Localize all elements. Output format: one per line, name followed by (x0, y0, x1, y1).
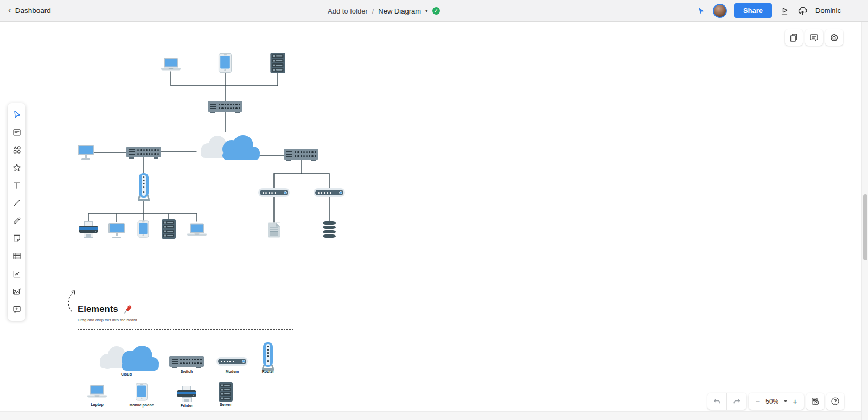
palette-item-label: Router (262, 370, 275, 373)
palette-item-phone[interactable] (136, 383, 148, 401)
title-caret-icon[interactable]: ▾ (425, 8, 428, 14)
present-icon[interactable] (779, 5, 790, 16)
zoom-caret-icon[interactable] (784, 400, 787, 404)
breadcrumb-separator: / (372, 7, 374, 15)
canvas-actions (785, 29, 843, 46)
back-to-dashboard[interactable]: ‹ Dashboard (0, 7, 51, 15)
breadcrumb: Add to folder / New Diagram ▾ ✓ (328, 0, 440, 22)
comment-add-tool[interactable] (8, 301, 25, 319)
image-add-tool[interactable] (8, 283, 25, 301)
palette-item-label: Printer (181, 404, 193, 408)
avatar[interactable] (713, 4, 727, 18)
table-tool[interactable] (8, 247, 25, 265)
help-group (826, 393, 844, 410)
elements-header: Elements (78, 304, 132, 314)
palette-item-cloud[interactable] (91, 340, 162, 373)
palette-item-label: Modem (226, 370, 239, 373)
bottom-controls: − 50% + (707, 393, 844, 410)
palette-item-label: Cloud (121, 372, 132, 376)
palette-item-label: Server (220, 403, 232, 406)
history-group (806, 393, 824, 410)
chart-tool[interactable] (8, 265, 25, 283)
horizontal-scrollbar[interactable] (0, 411, 861, 420)
vertical-scrollbar-thumb[interactable] (863, 194, 867, 260)
app: CloudSwitchModemRouterLaptopMobile phone… (0, 0, 868, 420)
palette-item-label: Laptop (91, 403, 103, 406)
line-tool[interactable] (8, 194, 25, 212)
pushpin-icon (123, 304, 132, 314)
elements-subtitle: Drag and drop this into the board. (78, 317, 138, 322)
undo-button[interactable] (707, 393, 727, 410)
pages-button[interactable] (785, 29, 803, 46)
top-bar-right: Share Dominic (697, 3, 868, 18)
star-tool[interactable] (8, 159, 25, 177)
select-tool[interactable] (8, 106, 25, 124)
zoom-in-button[interactable]: + (793, 397, 797, 405)
redo-button[interactable] (727, 393, 746, 410)
text-tool[interactable] (8, 176, 25, 194)
tool-palette (8, 103, 25, 321)
palette-item-switch[interactable] (169, 356, 204, 367)
sticky-note-tool[interactable] (8, 230, 25, 247)
saved-check-badge: ✓ (432, 7, 440, 15)
back-label: Dashboard (15, 7, 51, 15)
comments-button[interactable] (805, 29, 823, 46)
undo-redo-group (707, 393, 746, 410)
shapes-tool[interactable] (8, 141, 25, 159)
help-button[interactable] (826, 393, 844, 410)
top-bar: ‹ Dashboard Add to folder / New Diagram … (0, 0, 868, 22)
palette-item-label: Switch (181, 370, 193, 373)
version-history-button[interactable] (806, 393, 824, 410)
palette-item-printer[interactable] (177, 386, 196, 402)
vertical-scrollbar[interactable] (861, 22, 868, 420)
settings-gear-button[interactable] (825, 29, 843, 46)
palette-item-server[interactable] (219, 382, 233, 402)
palette-item-router[interactable] (262, 342, 274, 371)
palette-item-laptop[interactable] (87, 385, 107, 399)
zoom-control: − 50% + (749, 393, 804, 410)
share-button[interactable]: Share (734, 3, 772, 18)
user-name[interactable]: Dominic (815, 7, 841, 15)
diagram-title[interactable]: New Diagram (378, 7, 421, 15)
add-to-folder-link[interactable]: Add to folder (328, 7, 368, 15)
zoom-out-button[interactable]: − (755, 397, 760, 405)
note-tool[interactable] (8, 124, 25, 142)
chevron-left-icon: ‹ (8, 5, 11, 15)
palette-items: CloudSwitchModemRouterLaptopMobile phone… (0, 0, 868, 420)
pencil-tool[interactable] (8, 212, 25, 230)
cloud-upload-icon[interactable] (797, 5, 808, 16)
palette-item-label: Mobile phone (129, 403, 154, 407)
zoom-level[interactable]: 50% (765, 398, 778, 405)
elements-title: Elements (78, 304, 118, 314)
palette-item-modem[interactable] (216, 357, 248, 366)
collaborator-cursor-icon (697, 7, 706, 15)
